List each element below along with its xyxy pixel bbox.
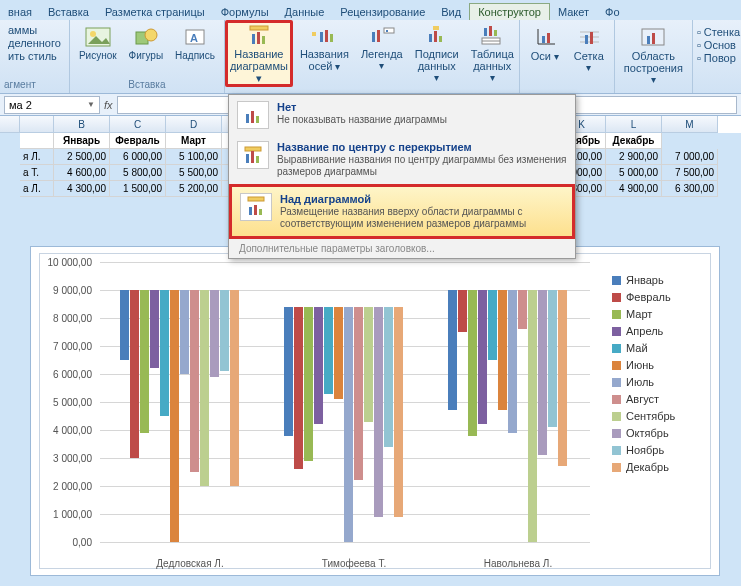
tab-insert[interactable]: Вставка [40,4,97,20]
chart-legend[interactable]: ЯнварьФевральМартАпрельМайИюньИюльАвгуст… [612,274,702,473]
bar[interactable] [518,290,527,329]
svg-rect-22 [484,28,487,36]
bar[interactable] [458,290,467,332]
bar[interactable] [130,290,139,458]
bar[interactable] [344,307,353,542]
svg-rect-6 [250,26,268,30]
tab-formulas[interactable]: Формулы [213,4,277,20]
tab-data[interactable]: Данные [277,4,333,20]
bar[interactable] [180,290,189,374]
svg-text:A: A [190,32,198,44]
svg-point-1 [90,31,96,37]
svg-rect-11 [320,32,323,42]
legend-item[interactable]: Июнь [612,359,702,371]
chart-rotation-button[interactable]: ▫ Повор [697,52,740,64]
gridlines-button[interactable]: Сетка ▾ [568,22,610,76]
axes-button[interactable]: Оси ▾ [524,22,566,65]
bar[interactable] [394,307,403,517]
option-centered-overlay[interactable]: Название по центру с перекрытиемВыравнив… [229,135,575,184]
bar[interactable] [200,290,209,486]
svg-rect-20 [439,36,442,42]
legend-item[interactable]: Март [612,308,702,320]
legend-item[interactable]: Октябрь [612,427,702,439]
more-title-options[interactable]: Дополнительные параметры заголовков... [229,239,575,258]
option-above-chart[interactable]: Над диаграммойРазмещение названия вверху… [229,184,575,239]
bar[interactable] [140,290,149,433]
tab-format[interactable]: Фо [597,4,627,20]
tab-chart-layout[interactable]: Макет [550,4,597,20]
legend-item[interactable]: Апрель [612,325,702,337]
legend-item[interactable]: Декабрь [612,461,702,473]
chart-floor-button[interactable]: ▫ Основ [697,39,740,51]
chevron-down-icon[interactable]: ▼ [87,100,95,109]
svg-rect-30 [547,33,550,43]
bar[interactable] [558,290,567,466]
none-icon [237,101,269,129]
svg-rect-41 [256,116,259,123]
bar[interactable] [314,307,323,425]
bar[interactable] [230,290,239,486]
bar[interactable] [478,290,487,424]
legend-item[interactable]: Январь [612,274,702,286]
bar[interactable] [498,290,507,410]
bar[interactable] [284,307,293,436]
bar[interactable] [294,307,303,469]
legend-item[interactable]: Май [612,342,702,354]
svg-rect-34 [585,35,588,44]
axis-titles-button[interactable]: Названия осей ▾ [295,20,354,75]
data-labels-button[interactable]: Подписи данных ▾ [410,20,464,86]
bar[interactable] [324,307,333,394]
chart-title-dropdown: НетНе показывать название диаграммы Назв… [228,94,576,259]
embedded-chart[interactable]: 0,001 000,002 000,003 000,004 000,005 00… [30,246,720,576]
bar[interactable] [354,307,363,481]
data-table-button[interactable]: Таблица данных ▾ [466,20,519,86]
bar[interactable] [538,290,547,455]
tab-home[interactable]: вная [0,4,40,20]
svg-rect-14 [372,32,375,42]
bar[interactable] [448,290,457,410]
shapes-button[interactable]: Фигуры [124,22,168,64]
legend-button[interactable]: Легенда ▾ [356,20,408,74]
svg-point-3 [145,29,157,41]
bar[interactable] [190,290,199,472]
bar[interactable] [150,290,159,368]
option-none[interactable]: НетНе показывать название диаграммы [229,95,575,135]
bar[interactable] [488,290,497,360]
tab-review[interactable]: Рецензирование [332,4,433,20]
bar[interactable] [468,290,477,436]
legend-item[interactable]: Июль [612,376,702,388]
bar[interactable] [508,290,517,433]
legend-item[interactable]: Сентябрь [612,410,702,422]
svg-rect-13 [330,34,333,42]
chart-wall-button[interactable]: ▫ Стенка [697,26,740,38]
legend-item[interactable]: Август [612,393,702,405]
bar[interactable] [548,290,557,427]
tab-layout[interactable]: Разметка страницы [97,4,213,20]
bar[interactable] [334,307,343,399]
name-box[interactable]: ма 2▼ [4,96,100,114]
svg-rect-48 [254,205,257,215]
svg-rect-44 [251,151,254,163]
bar[interactable] [170,290,179,542]
svg-rect-29 [542,36,545,43]
plot-area-button[interactable]: Область построения ▾ [619,22,688,88]
bar[interactable] [210,290,219,377]
chart-title-button[interactable]: Название диаграммы ▾ [225,20,293,87]
partial-label: аммы [8,24,61,36]
bar[interactable] [374,307,383,517]
tab-view[interactable]: Вид [433,4,469,20]
bar[interactable] [304,307,313,461]
tab-design[interactable]: Конструктор [469,3,550,20]
legend-item[interactable]: Февраль [612,291,702,303]
fx-icon[interactable]: fx [104,99,113,111]
bar[interactable] [120,290,129,360]
picture-button[interactable]: Рисунок [74,22,122,64]
legend-item[interactable]: Ноябрь [612,444,702,456]
bar[interactable] [364,307,373,422]
chevron-down-icon: ▾ [256,72,262,84]
bar[interactable] [160,290,169,416]
bar[interactable] [384,307,393,447]
textbox-button[interactable]: A Надпись [170,22,220,64]
bar[interactable] [220,290,229,371]
bar[interactable] [528,290,537,542]
